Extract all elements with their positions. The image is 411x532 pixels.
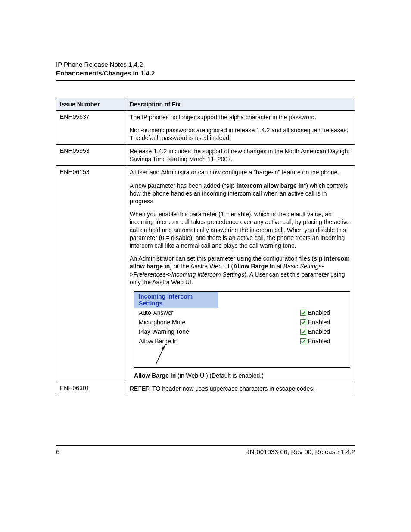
setting-state: Enabled <box>308 319 330 326</box>
page-number: 6 <box>56 448 59 455</box>
checkbox-icon[interactable] <box>300 310 306 316</box>
text: A User and Administrator can now configu… <box>130 168 351 176</box>
header-rule <box>56 80 355 81</box>
table-header-row: Issue Number Description of Fix <box>56 98 355 110</box>
issue-number: ENH06153 <box>56 166 126 382</box>
enhancements-table: Issue Number Description of Fix ENH05637… <box>56 98 355 396</box>
svg-marker-1 <box>161 346 165 350</box>
setting-state: Enabled <box>308 338 330 345</box>
table-row: ENH05637 The IP phones no longer support… <box>56 110 355 145</box>
setting-state: Enabled <box>308 328 330 335</box>
issue-number: ENH05953 <box>56 145 126 166</box>
setting-label: Auto-Answer <box>139 309 300 316</box>
issue-description: A User and Administrator can now configu… <box>126 166 355 382</box>
panel-caption: Allow Barge In (in Web UI) (Default is e… <box>134 372 351 379</box>
intercom-settings-panel: Incoming Intercom Settings Auto-Answer E… <box>134 291 350 368</box>
table-row: ENH05953 Release 1.4.2 includes the supp… <box>56 145 355 166</box>
doc-subtitle: Enhancements/Changes in 1.4.2 <box>56 69 355 78</box>
text: The IP phones no longer support the alph… <box>130 113 351 121</box>
doc-title: IP Phone Release Notes 1.4.2 <box>56 60 355 69</box>
setting-label: Microphone Mute <box>139 319 300 326</box>
issue-description: The IP phones no longer support the alph… <box>126 110 355 145</box>
table-row: ENH06153 A User and Administrator can no… <box>56 166 355 382</box>
checkbox-icon[interactable] <box>300 338 306 344</box>
footer-rule <box>56 445 355 446</box>
setting-row-auto-answer: Auto-Answer Enabled <box>134 308 350 317</box>
setting-row-microphone-mute: Microphone Mute Enabled <box>134 317 350 327</box>
issue-description: Release 1.4.2 includes the support of ne… <box>126 145 355 166</box>
col-issue-number: Issue Number <box>56 98 126 110</box>
setting-row-play-warning-tone: Play Warning Tone Enabled <box>134 327 350 336</box>
callout-arrow <box>134 346 350 367</box>
checkbox-icon[interactable] <box>300 329 306 335</box>
setting-state: Enabled <box>308 309 330 316</box>
text: Non-numeric passwords are ignored in rel… <box>130 126 351 142</box>
setting-label: Play Warning Tone <box>139 328 300 335</box>
table-row: ENH06301 REFER-TO header now uses upperc… <box>56 382 355 395</box>
panel-title: Incoming Intercom Settings <box>134 292 218 308</box>
text: When you enable this parameter (1 = enab… <box>130 210 351 249</box>
checkbox-icon[interactable] <box>300 319 306 325</box>
text: Release 1.4.2 includes the support of ne… <box>130 147 351 163</box>
col-description: Description of Fix <box>126 98 355 110</box>
doc-id: RN-001033-00, Rev 00, Release 1.4.2 <box>245 448 355 455</box>
issue-description: REFER-TO header now uses uppercase chara… <box>126 382 355 395</box>
arrow-icon <box>152 342 177 366</box>
text: REFER-TO header now uses uppercase chara… <box>130 385 351 392</box>
page-footer: 6 RN-001033-00, Rev 00, Release 1.4.2 <box>56 445 355 455</box>
issue-number: ENH05637 <box>56 110 126 145</box>
text: A new parameter has been added ("sip int… <box>130 182 351 205</box>
issue-number: ENH06301 <box>56 382 126 395</box>
text: An Administrator can set this parameter … <box>130 255 351 286</box>
page-header: IP Phone Release Notes 1.4.2 Enhancement… <box>56 60 355 81</box>
